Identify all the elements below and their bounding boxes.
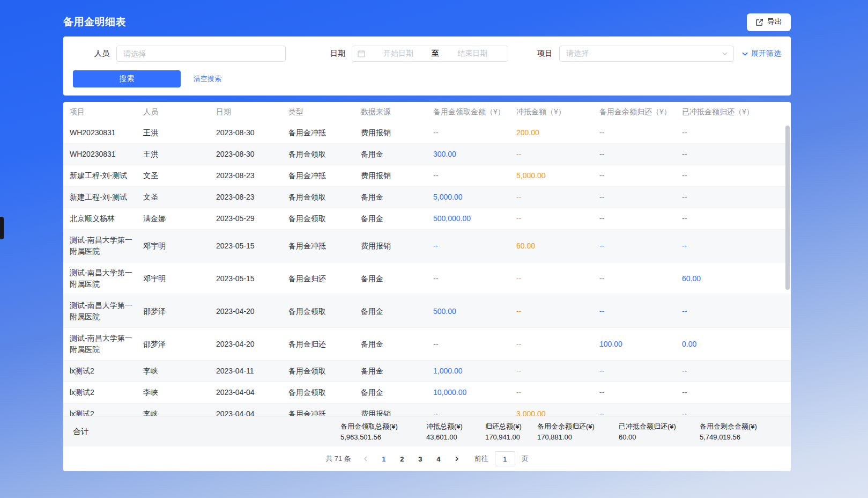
table-cell: 新建工程-刘-测试 [70,187,143,208]
table-cell: -- [599,404,682,416]
table-cell: WH20230831 [70,122,143,143]
table-cell: 邵梦泽 [143,334,216,355]
export-button[interactable]: 导出 [747,13,791,31]
table-cell: 邓宇明 [143,236,216,257]
summary-stat: 冲抵总额(¥)43,601.00 [426,422,485,442]
page-button[interactable]: 3 [413,452,427,466]
table-cell: -- [516,334,599,355]
stat-label: 备用金剩余金额(¥) [700,422,791,431]
page-button[interactable]: 1 [377,452,391,466]
table-cell: -- [433,404,516,416]
summary-stat: 备用金领取总额(¥)5,963,501.56 [340,422,426,442]
table-cell: 2023-04-11 [216,361,288,382]
table-cell: -- [682,361,791,382]
drawer-handle[interactable] [0,217,4,239]
table-row: 新建工程-刘-测试文圣2023-08-23备用金冲抵费用报销--5,000.00… [63,165,791,187]
start-date-placeholder[interactable]: 开始日期 [368,49,428,58]
table-cell: -- [516,301,599,322]
stat-value: 170,881.00 [537,433,619,442]
table-header-row: 项目人员日期类型数据来源备用金领取金额（¥）冲抵金额（¥）备用金余额归还（¥）已… [63,102,791,122]
table-cell: -- [682,382,791,403]
page-number-list: 1234 [375,452,448,466]
table-cell: 备用金 [361,382,433,403]
page-button[interactable]: 4 [432,452,446,466]
table-row: 测试-南昌大学第一附属医院邓宇明2023-05-15备用金冲抵费用报销--60.… [63,230,791,262]
table-cell: -- [516,187,599,208]
table-cell: 李峡 [143,382,216,403]
table-cell: -- [682,187,791,208]
table-cell: 备用金 [361,144,433,165]
column-header: 日期 [216,107,288,117]
export-icon [755,18,763,26]
table-cell: 新建工程-刘-测试 [70,165,143,186]
table-cell: 备用金归还 [288,268,361,289]
stat-value: 5,963,501.56 [340,433,426,442]
table-cell: 备用金领取 [288,144,361,165]
column-header: 数据来源 [361,107,433,117]
table-row: lx测试2李峡2023-04-04备用金冲抵费用报销--3,000.00---- [63,404,791,416]
table-cell: lx测试2 [70,404,143,416]
table-cell: 测试-南昌大学第一附属医院 [70,328,143,360]
table-cell: 备用金 [361,301,433,322]
table-cell: 100.00 [599,334,682,355]
project-select[interactable]: 请选择 [559,46,734,62]
table-cell: 费用报销 [361,165,433,186]
stat-label: 已冲抵金额归还(¥) [619,422,700,431]
table-cell: 测试-南昌大学第一附属医院 [70,262,143,295]
table-cell: -- [516,268,599,289]
table-cell: -- [599,165,682,186]
project-select-placeholder: 请选择 [566,49,589,58]
search-button[interactable]: 搜索 [73,70,181,87]
next-page-button[interactable] [450,452,464,466]
table-row: lx测试2李峡2023-04-04备用金领取备用金10,000.00------ [63,382,791,404]
table-cell: 2023-05-15 [216,268,288,289]
table-cell: 2023-08-23 [216,165,288,186]
date-range-picker[interactable]: 开始日期 至 结束日期 [352,46,508,62]
end-date-placeholder[interactable]: 结束日期 [442,49,502,58]
total-count: 共 71 条 [325,454,351,464]
table-row: 测试-南昌大学第一附属医院邵梦泽2023-04-20备用金归还备用金----10… [63,328,791,361]
clear-search-link[interactable]: 清空搜索 [194,74,221,84]
goto-page-label: 前往 [474,454,488,464]
table-cell: 2023-08-30 [216,144,288,165]
prev-page-button[interactable] [359,452,373,466]
table-cell: -- [516,208,599,229]
table-cell: 备用金归还 [288,334,361,355]
table-row: 北京顺义杨林满金娜2023-05-29备用金领取备用金500,000.00---… [63,208,791,230]
table-cell: 2023-04-20 [216,334,288,355]
page-button[interactable]: 2 [395,452,409,466]
table-scrollbar[interactable] [785,126,790,290]
table-cell: -- [433,268,516,289]
table-cell: 10,000.00 [433,382,516,403]
person-select-input[interactable] [116,46,286,62]
table-cell: 300.00 [433,144,516,165]
table-cell: -- [433,334,516,355]
chevron-down-icon [722,50,728,57]
table-cell: 备用金领取 [288,382,361,403]
page-header: 备用金明细表 导出 [63,0,791,31]
stat-value: 43,601.00 [426,433,485,442]
table-cell: -- [599,122,682,143]
chevron-down-icon [741,50,748,57]
column-header: 已冲抵金额归还（¥） [682,107,791,117]
summary-stats: 备用金领取总额(¥)5,963,501.56冲抵总额(¥)43,601.00归还… [340,422,791,442]
table-cell: -- [682,404,791,416]
column-header: 备用金领取金额（¥） [433,107,516,117]
table-cell: 李峡 [143,404,216,416]
table-cell: 500.00 [433,301,516,322]
table-cell: 王洪 [143,122,216,143]
table-cell: 2023-08-23 [216,187,288,208]
table-cell: 备用金 [361,361,433,382]
summary-row: 合计 备用金领取总额(¥)5,963,501.56冲抵总额(¥)43,601.0… [63,416,791,446]
table-cell: 王洪 [143,144,216,165]
table-cell: -- [682,122,791,143]
table-cell: 备用金 [361,334,433,355]
table-cell: lx测试2 [70,382,143,403]
stat-label: 归还总额(¥) [485,422,537,431]
stat-value: 170,941.00 [485,433,537,442]
expand-filters-link[interactable]: 展开筛选 [741,49,781,58]
table-cell: -- [516,144,599,165]
table-cell: 测试-南昌大学第一附属医院 [70,295,143,327]
goto-page-input[interactable] [495,451,515,466]
table-cell: -- [516,361,599,382]
